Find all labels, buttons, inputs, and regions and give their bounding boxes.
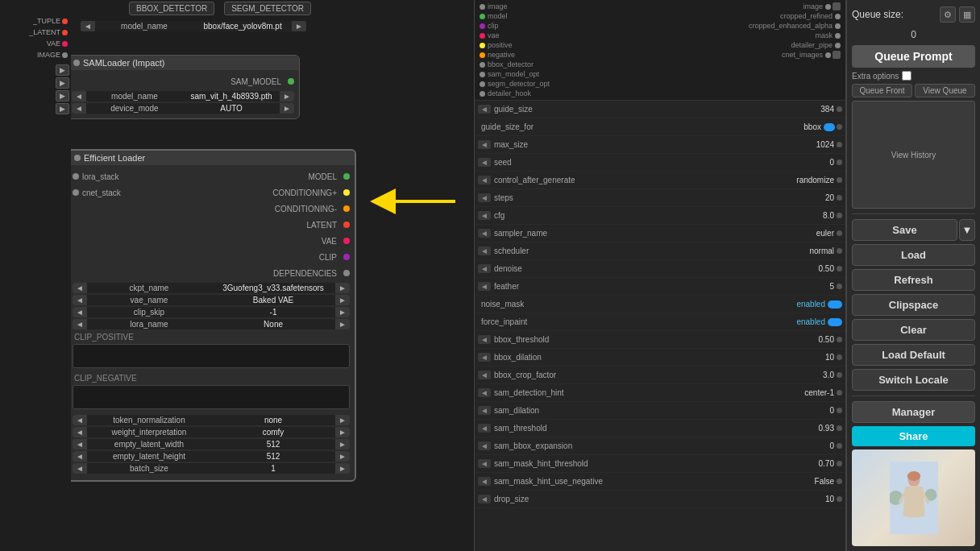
seed-left[interactable]: ◄ (478, 158, 491, 167)
model-name-left-btn[interactable]: ◄ (81, 21, 95, 31)
detailer-pipe-conn (835, 43, 841, 48)
sampler-left[interactable]: ◄ (478, 229, 491, 238)
bbox-crop-left[interactable]: ◄ (478, 371, 491, 379)
clip-positive-textarea[interactable] (73, 344, 350, 368)
manager-button[interactable]: Manager (852, 401, 975, 423)
load-button[interactable]: Load (852, 244, 975, 266)
save-button[interactable]: Save (852, 219, 957, 241)
clear-button[interactable]: Clear (852, 319, 975, 341)
guide-size-for-toggle[interactable] (824, 123, 835, 131)
lat-w-left-btn[interactable]: ◄ (73, 439, 87, 450)
cnet-images-row: cnet_images (729, 50, 842, 60)
sam-model-name-left-btn[interactable]: ◄ (72, 91, 86, 102)
play-btn-3[interactable]: ▶ (56, 90, 69, 102)
extra-options-checkbox[interactable] (902, 71, 911, 81)
sam-device-right-btn[interactable]: ► (280, 103, 294, 114)
cond-minus-label: CONDITIONING- (73, 205, 337, 213)
vae-right-btn[interactable]: ► (335, 295, 350, 305)
token-right-btn[interactable]: ► (335, 415, 350, 425)
sam-model-name-ctrl-label: model_name (86, 92, 183, 101)
sam-loader-node: SAMLoader (Impact) SAM_MODEL ◄ model_nam… (66, 55, 300, 119)
play-btn-1[interactable]: ▶ (56, 64, 69, 76)
sam-thresh-left[interactable]: ◄ (478, 424, 491, 433)
batch-value: 1 (211, 464, 335, 473)
steps-label: steps (491, 193, 786, 202)
guide-size-for-value: bbox (773, 122, 821, 131)
clipspace-button[interactable]: Clipspace (852, 294, 975, 316)
batch-right-btn[interactable]: ► (335, 463, 350, 474)
queue-view-btn[interactable]: ▦ (959, 6, 975, 23)
view-queue-btn[interactable]: View Queue (915, 84, 975, 97)
sam-dilation-row: ◄ sam_dilation 0 (475, 402, 845, 420)
play-btn-2[interactable]: ▶ (56, 77, 69, 89)
denoise-left[interactable]: ◄ (478, 264, 491, 273)
queue-front-btn[interactable]: Queue Front (852, 84, 912, 97)
feather-left[interactable]: ◄ (478, 282, 491, 291)
negative-label: negative (488, 51, 515, 59)
sam-bbox-exp-row: ◄ sam_bbox_expansion 0 (475, 437, 845, 455)
save-dropdown-btn[interactable]: ▼ (959, 219, 975, 241)
token-value: none (211, 416, 335, 425)
tuple-conn: _TUPLE (31, 16, 69, 26)
extra-options-row: Extra options (852, 71, 975, 81)
noise-mask-toggle[interactable] (828, 300, 842, 309)
queue-prompt-button[interactable]: Queue Prompt (852, 45, 975, 68)
sam-neg-left[interactable]: ◄ (478, 477, 491, 486)
lat-h-right-btn[interactable]: ► (335, 451, 350, 462)
clip-negative-textarea[interactable] (73, 385, 350, 409)
cfg-left[interactable]: ◄ (478, 211, 491, 220)
weight-left-btn[interactable]: ◄ (73, 427, 87, 437)
model-name-right-btn[interactable]: ► (292, 21, 306, 31)
sam-detect-left[interactable]: ◄ (478, 388, 491, 397)
sam-dil-left[interactable]: ◄ (478, 406, 491, 415)
positive-conn (480, 43, 485, 48)
share-button[interactable]: Share (852, 426, 975, 446)
deps-conn (343, 270, 350, 276)
guide-size-left[interactable]: ◄ (478, 105, 491, 114)
max-size-left[interactable]: ◄ (478, 140, 491, 149)
weight-right-btn[interactable]: ► (335, 427, 350, 437)
model-name-label: model_name (95, 22, 193, 31)
top-connectors: image model clip vae positive negative (475, 0, 845, 101)
sam-mask-thresh-label: sam_mask_hint_threshold (491, 459, 786, 468)
control-after-row: ◄ control_after_generate randomize (475, 172, 845, 189)
negative-conn (480, 52, 485, 58)
drop-left[interactable]: ◄ (478, 495, 491, 503)
scheduler-left[interactable]: ◄ (478, 246, 491, 255)
token-left-btn[interactable]: ◄ (73, 415, 87, 425)
ckpt-right-btn[interactable]: ► (335, 283, 350, 293)
force-inpaint-toggle[interactable] (828, 318, 842, 326)
load-default-button[interactable]: Load Default (852, 344, 975, 366)
sam-loader-dot (73, 60, 80, 66)
sampler-name-row: ◄ sampler_name euler (475, 225, 845, 242)
steps-left[interactable]: ◄ (478, 193, 491, 202)
queue-settings-btn[interactable]: ⚙ (940, 6, 956, 23)
view-history-btn[interactable]: View History (852, 101, 975, 209)
force-inpaint-row: force_inpaint enabled (475, 313, 845, 331)
sam-exp-left[interactable]: ◄ (478, 441, 491, 450)
cfg-row: ◄ cfg 8.0 (475, 207, 845, 225)
vae-left-conn: VAE (45, 39, 69, 48)
batch-left-btn[interactable]: ◄ (73, 463, 87, 474)
detailer-pipe-row: detailer_pipe (729, 40, 842, 50)
play-btn-4[interactable]: ▶ (56, 103, 69, 114)
sam-model-name-right-btn[interactable]: ► (280, 91, 294, 102)
lat-w-right-btn[interactable]: ► (335, 439, 350, 450)
ckpt-left-btn[interactable]: ◄ (73, 283, 87, 293)
bbox-thresh-left[interactable]: ◄ (478, 335, 491, 344)
clip-skip-left-btn[interactable]: ◄ (73, 307, 87, 317)
sam-mask-left[interactable]: ◄ (478, 459, 491, 468)
lat-h-left-btn[interactable]: ◄ (73, 451, 87, 462)
refresh-button[interactable]: Refresh (852, 269, 975, 291)
lora-label: lora_name (87, 320, 211, 329)
control-after-value: randomize (786, 176, 834, 184)
lora-right-btn[interactable]: ► (335, 319, 350, 329)
cnet-stack-label: cnet_stack (82, 188, 210, 197)
sam-device-left-btn[interactable]: ◄ (72, 103, 86, 114)
lora-left-btn[interactable]: ◄ (73, 319, 87, 329)
clip-skip-right-btn[interactable]: ► (335, 307, 350, 317)
bbox-dil-left[interactable]: ◄ (478, 353, 491, 362)
control-after-left[interactable]: ◄ (478, 176, 491, 184)
vae-left-btn[interactable]: ◄ (73, 295, 87, 305)
switch-locale-button[interactable]: Switch Locale (852, 369, 975, 391)
